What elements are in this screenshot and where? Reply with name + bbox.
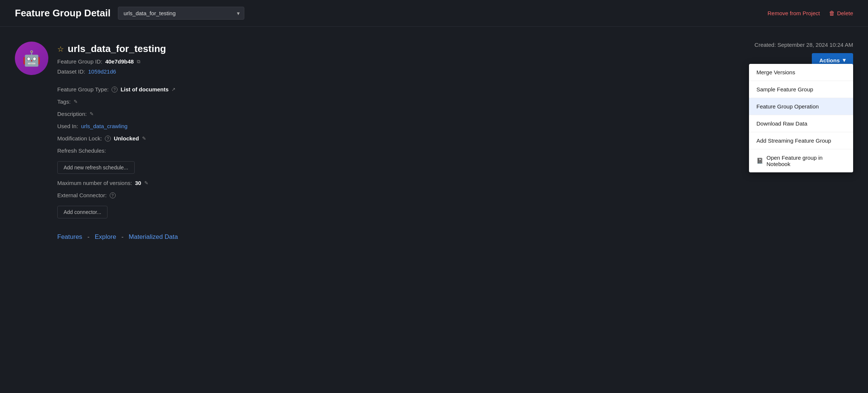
tags-edit-icon[interactable]: ✎ xyxy=(74,99,78,104)
remove-from-project-button[interactable]: Remove from Project xyxy=(768,10,820,16)
dataset-id-value[interactable]: 1059d21d6 xyxy=(88,68,116,75)
merge-versions-label: Merge Versions xyxy=(756,69,795,75)
add-refresh-schedule-button[interactable]: Add new refresh schedule... xyxy=(57,161,135,174)
header: Feature Group Detail urls_data_for_testi… xyxy=(0,0,868,27)
feature-group-select-wrapper: urls_data_for_testing xyxy=(118,7,244,20)
feature-group-operation-label: Feature Group Operation xyxy=(756,103,819,110)
used-in-row: Used In: urls_data_crawling xyxy=(57,123,853,129)
open-notebook-label: Open Feature group in Notebook xyxy=(766,155,846,167)
max-versions-label: Maximum number of versions: xyxy=(57,180,132,186)
modification-lock-edit-icon[interactable]: ✎ xyxy=(142,136,146,141)
feature-group-left: 🤖 ☆ urls_data_for_testing Feature Group … xyxy=(15,42,166,75)
created-date: Created: September 28, 2024 10:24 AM xyxy=(755,42,853,48)
fg-type-help-icon[interactable]: ? xyxy=(112,87,118,92)
description-label: Description: xyxy=(57,111,87,117)
robot-icon: 🤖 xyxy=(22,50,41,67)
modification-lock-row: Modification Lock: ? Unlocked ✎ xyxy=(57,135,853,142)
modification-lock-label: Modification Lock: xyxy=(57,135,102,142)
dropdown-item-download-raw-data[interactable]: Download Raw Data xyxy=(749,115,853,132)
used-in-value[interactable]: urls_data_crawling xyxy=(81,123,128,129)
delete-button[interactable]: 🗑 Delete xyxy=(829,10,853,17)
dataset-id-label: Dataset ID: xyxy=(57,68,85,75)
nav-link-explore[interactable]: Explore xyxy=(95,233,116,241)
separator-2: - xyxy=(121,233,123,241)
external-connector-help-icon[interactable]: ? xyxy=(110,192,116,198)
fg-type-value: List of documents xyxy=(120,86,168,92)
avatar: 🤖 xyxy=(15,42,48,75)
header-right: Remove from Project 🗑 Delete xyxy=(768,10,853,17)
used-in-label: Used In: xyxy=(57,123,78,129)
trash-icon: 🗑 xyxy=(829,10,835,17)
max-versions-value: 30 xyxy=(135,180,141,186)
separator-1: - xyxy=(87,233,90,241)
feature-group-name: urls_data_for_testing xyxy=(68,43,166,55)
mod-lock-help-icon[interactable]: ? xyxy=(105,136,111,142)
details-section: Feature Group Type: ? List of documents … xyxy=(15,86,853,218)
notebook-icon: 📓 xyxy=(756,157,763,164)
max-versions-edit-icon[interactable]: ✎ xyxy=(144,180,148,186)
feature-group-id-row: Feature Group ID: 40e7d9b48 ⧉ xyxy=(57,58,166,65)
actions-dropdown-menu: Merge Versions Sample Feature Group Feat… xyxy=(749,64,853,172)
dropdown-item-add-streaming-feature-group[interactable]: Add Streaming Feature Group xyxy=(749,132,853,149)
feature-group-right: Created: September 28, 2024 10:24 AM Act… xyxy=(755,42,853,67)
page-title: Feature Group Detail xyxy=(15,7,110,19)
main-content: 🤖 ☆ urls_data_for_testing Feature Group … xyxy=(0,27,868,241)
description-edit-icon[interactable]: ✎ xyxy=(90,111,94,117)
tags-row: Tags: ✎ xyxy=(57,98,853,105)
nav-link-features[interactable]: Features xyxy=(57,233,82,241)
tags-label: Tags: xyxy=(57,98,71,105)
chevron-down-icon: ▾ xyxy=(843,57,846,64)
external-connector-label: External Connector: xyxy=(57,192,107,198)
dropdown-item-feature-group-operation[interactable]: Feature Group Operation xyxy=(749,98,853,115)
max-versions-row: Maximum number of versions: 30 ✎ xyxy=(57,180,853,186)
add-streaming-feature-group-label: Add Streaming Feature Group xyxy=(756,137,831,144)
fg-type-label: Feature Group Type: xyxy=(57,86,109,92)
add-connector-wrapper: Add connector... xyxy=(57,204,853,218)
nav-link-materialized-data[interactable]: Materialized Data xyxy=(129,233,178,241)
star-icon[interactable]: ☆ xyxy=(57,45,64,53)
actions-label: Actions xyxy=(819,57,840,64)
external-connector-row: External Connector: ? xyxy=(57,192,853,198)
description-row: Description: ✎ xyxy=(57,111,853,117)
dropdown-item-merge-versions[interactable]: Merge Versions xyxy=(749,64,853,81)
nav-links: Features - Explore - Materialized Data xyxy=(15,233,853,241)
sample-feature-group-label: Sample Feature Group xyxy=(756,86,813,92)
download-raw-data-label: Download Raw Data xyxy=(756,120,807,127)
refresh-schedules-label: Refresh Schedules: xyxy=(57,147,106,154)
feature-group-info: ☆ urls_data_for_testing Feature Group ID… xyxy=(57,42,166,75)
add-connector-button[interactable]: Add connector... xyxy=(57,206,107,218)
copy-icon[interactable]: ⧉ xyxy=(137,59,140,65)
dropdown-item-sample-feature-group[interactable]: Sample Feature Group xyxy=(749,81,853,98)
fg-type-row: Feature Group Type: ? List of documents … xyxy=(57,86,853,92)
delete-label: Delete xyxy=(837,10,853,16)
feature-group-select[interactable]: urls_data_for_testing xyxy=(118,7,244,20)
feature-group-header: 🤖 ☆ urls_data_for_testing Feature Group … xyxy=(15,42,853,75)
fg-id-value: 40e7d9b48 xyxy=(105,58,134,65)
dropdown-item-open-notebook[interactable]: 📓 Open Feature group in Notebook xyxy=(749,149,853,172)
external-link-icon[interactable]: ↗ xyxy=(171,87,176,92)
header-left: Feature Group Detail urls_data_for_testi… xyxy=(15,7,244,20)
add-schedule-wrapper: Add new refresh schedule... xyxy=(57,160,853,174)
modification-lock-value: Unlocked xyxy=(114,135,139,142)
dataset-id-row: Dataset ID: 1059d21d6 xyxy=(57,68,166,75)
feature-group-name-row: ☆ urls_data_for_testing xyxy=(57,43,166,55)
refresh-schedules-row: Refresh Schedules: xyxy=(57,147,853,154)
fg-id-label: Feature Group ID: xyxy=(57,58,102,65)
